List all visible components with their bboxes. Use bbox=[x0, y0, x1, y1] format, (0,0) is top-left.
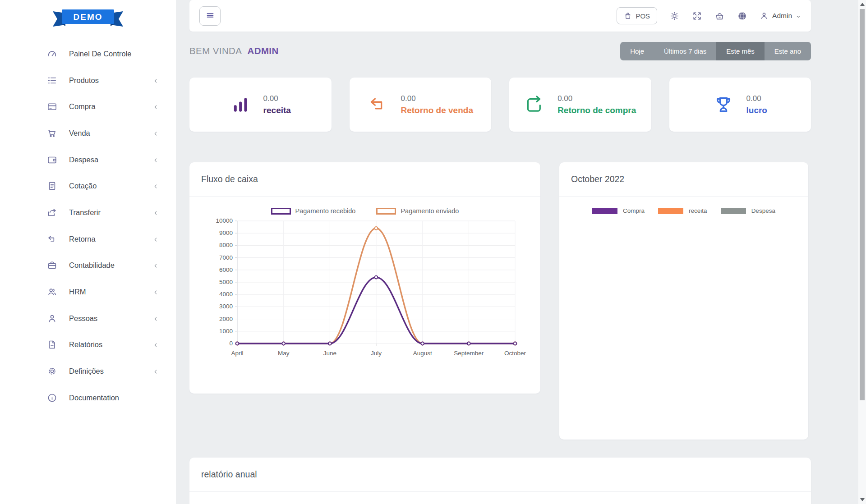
sidebar-nav: Painel De ControleProdutosCompraVendaDes… bbox=[0, 41, 176, 411]
svg-text:0: 0 bbox=[229, 340, 233, 347]
legend-label: Despesa bbox=[751, 207, 775, 214]
stat-card-retorno-de-venda: 0.00Retorno de venda bbox=[350, 78, 492, 132]
sidebar-item-label: Pessoas bbox=[69, 314, 97, 323]
annual-report-panel: relatório anual bbox=[189, 458, 811, 504]
expand-button[interactable] bbox=[692, 11, 702, 21]
shopping-bag-icon bbox=[624, 12, 632, 20]
chevron-left-icon bbox=[153, 368, 159, 374]
gear-icon bbox=[47, 366, 57, 376]
invoice-icon bbox=[47, 181, 57, 191]
sidebar-item-label: Retorna bbox=[69, 235, 96, 243]
svg-text:3000: 3000 bbox=[219, 303, 233, 310]
cash-flow-chart: 0100020003000400050006000700080009000100… bbox=[189, 215, 540, 364]
scroll-up-icon[interactable] bbox=[860, 3, 865, 6]
globe-button[interactable] bbox=[737, 11, 747, 21]
legend-label: Pagamento enviado bbox=[401, 207, 459, 215]
sidebar: DEMO Painel De ControleProdutosCompraVen… bbox=[0, 0, 176, 504]
chevron-left-icon bbox=[153, 104, 159, 110]
sidebar-item-label: Painel De Controle bbox=[69, 50, 132, 58]
filter-button-ultimos-7-dias[interactable]: Últimos 7 dias bbox=[654, 42, 716, 60]
sidebar-item-label: Relatórios bbox=[69, 340, 102, 349]
chevron-left-icon bbox=[153, 130, 159, 136]
sidebar-item-contabilidade[interactable]: Contabilidade bbox=[0, 252, 176, 279]
filter-button-este-mes[interactable]: Este mês bbox=[716, 42, 765, 60]
chevron-left-icon bbox=[153, 157, 159, 163]
sidebar-item-documentation[interactable]: Documentation bbox=[0, 385, 176, 411]
sidebar-item-relatorios[interactable]: Relatórios bbox=[0, 332, 176, 358]
svg-text:June: June bbox=[323, 350, 336, 357]
stat-card-text: 0.00receita bbox=[263, 94, 291, 115]
sidebar-item-pessoas[interactable]: Pessoas bbox=[0, 305, 176, 332]
chevron-left-icon bbox=[153, 342, 159, 348]
admin-user-menu[interactable]: Admin bbox=[760, 11, 801, 20]
filter-button-hoje[interactable]: Hoje bbox=[620, 42, 654, 60]
annual-report-title: relatório anual bbox=[189, 458, 811, 492]
stat-label: lucro bbox=[746, 105, 767, 115]
sidebar-item-produtos[interactable]: Produtos bbox=[0, 67, 176, 94]
svg-text:9000: 9000 bbox=[219, 229, 233, 236]
stat-label: Retorno de compra bbox=[557, 105, 636, 115]
sidebar-item-painel-de-controle[interactable]: Painel De Controle bbox=[0, 41, 176, 67]
sidebar-item-label: Venda bbox=[69, 129, 90, 137]
svg-text:August: August bbox=[413, 350, 432, 357]
october-title: October 2022 bbox=[559, 162, 808, 197]
october-legend: ComprareceitaDespesa bbox=[559, 207, 808, 214]
svg-text:October: October bbox=[504, 350, 526, 357]
app-logo: DEMO bbox=[0, 0, 176, 37]
stat-cards-row: 0.00receita0.00Retorno de venda0.00Retor… bbox=[189, 78, 811, 132]
sidebar-item-venda[interactable]: Venda bbox=[0, 120, 176, 147]
svg-text:April: April bbox=[231, 350, 243, 357]
user-icon bbox=[760, 11, 769, 20]
october-panel: October 2022 ComprareceitaDespesa bbox=[559, 162, 808, 440]
scrollbar-thumb[interactable] bbox=[860, 9, 865, 400]
cart-icon bbox=[47, 128, 57, 138]
hamburger-menu-button[interactable] bbox=[199, 6, 221, 26]
sidebar-item-definicoes[interactable]: Definições bbox=[0, 358, 176, 385]
expand-icon bbox=[692, 16, 702, 23]
svg-text:May: May bbox=[278, 350, 290, 357]
chevron-left-icon bbox=[153, 183, 159, 189]
chevron-left-icon bbox=[153, 262, 159, 268]
welcome-greeting: BEM VINDA bbox=[189, 46, 242, 56]
scroll-down-icon[interactable] bbox=[860, 498, 865, 501]
basket-button[interactable] bbox=[714, 11, 725, 21]
pos-button-label: POS bbox=[636, 12, 650, 20]
stat-value: 0.00 bbox=[401, 94, 473, 103]
stat-label: receita bbox=[263, 105, 291, 115]
october-legend-item-receita: receita bbox=[658, 207, 707, 214]
stat-value: 0.00 bbox=[557, 94, 636, 103]
users-icon bbox=[47, 287, 57, 297]
page-title: BEM VINDA ADMIN bbox=[189, 46, 279, 56]
scrollbar[interactable] bbox=[858, 0, 866, 504]
legend-label: receita bbox=[689, 207, 707, 214]
filter-button-este-ano[interactable]: Este ano bbox=[765, 42, 811, 60]
sun-icon bbox=[669, 16, 680, 23]
svg-text:1000: 1000 bbox=[219, 328, 233, 334]
stat-card-retorno-de-compra: 0.00Retorno de compra bbox=[509, 78, 651, 132]
list-icon bbox=[47, 75, 57, 86]
stat-card-text: 0.00Retorno de venda bbox=[401, 94, 473, 115]
october-legend-item-compra: Compra bbox=[592, 207, 645, 214]
sidebar-item-hrm[interactable]: HRM bbox=[0, 279, 176, 305]
sun-button[interactable] bbox=[669, 11, 680, 21]
svg-text:7000: 7000 bbox=[219, 254, 233, 261]
legend-swatch bbox=[721, 208, 746, 214]
legend-swatch bbox=[376, 208, 396, 215]
sidebar-item-retorna[interactable]: Retorna bbox=[0, 226, 176, 252]
person-icon bbox=[47, 313, 57, 324]
sidebar-item-compra[interactable]: Compra bbox=[0, 93, 176, 120]
stat-card-lucro: 0.00lucro bbox=[669, 78, 811, 132]
logo-text: DEMO bbox=[74, 12, 103, 22]
sidebar-item-despesa[interactable]: Despesa bbox=[0, 147, 176, 173]
legend-swatch bbox=[271, 208, 291, 215]
sidebar-item-cotacao[interactable]: Cotação bbox=[0, 173, 176, 199]
legend-swatch bbox=[658, 208, 683, 214]
stat-value: 0.00 bbox=[263, 94, 291, 103]
stat-card-text: 0.00lucro bbox=[746, 94, 767, 115]
sidebar-item-transferir[interactable]: Transferir bbox=[0, 199, 176, 226]
pos-button[interactable]: POS bbox=[617, 7, 657, 24]
cash-flow-line-chart: 0100020003000400050006000700080009000100… bbox=[199, 215, 530, 364]
sidebar-item-label: HRM bbox=[69, 288, 86, 296]
svg-text:5000: 5000 bbox=[219, 279, 233, 285]
chevron-left-icon bbox=[153, 236, 159, 242]
